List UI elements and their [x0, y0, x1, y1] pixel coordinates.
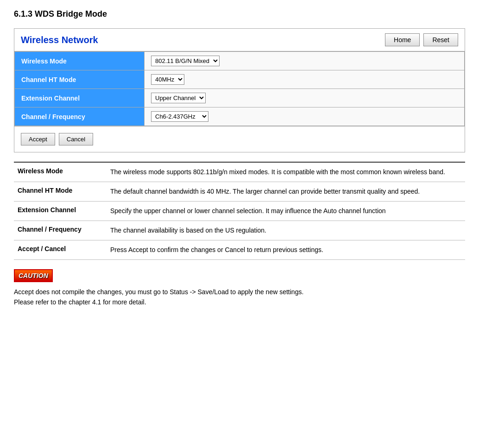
- setting-value: Upper ChannelLower Channel: [145, 89, 465, 107]
- setting-label: Extension Channel: [15, 89, 145, 107]
- header-buttons: Home Reset: [385, 33, 458, 46]
- desc-row: Wireless ModeThe wireless mode supports …: [14, 162, 465, 182]
- desc-text: Press Accept to confirm the changes or C…: [107, 240, 465, 260]
- setting-label: Channel HT Mode: [15, 70, 145, 89]
- desc-term: Wireless Mode: [14, 162, 107, 182]
- setting-select-1[interactable]: 40MHz20MHz: [151, 74, 184, 85]
- desc-text: The channel availability is based on the…: [107, 221, 465, 240]
- settings-row: Channel / FrequencyCh6-2.437GHzCh1-2.412…: [15, 107, 465, 126]
- caution-section: CAUTION Accept does not compile the chan…: [14, 269, 465, 308]
- description-table: Wireless ModeThe wireless mode supports …: [14, 162, 465, 260]
- desc-term: Channel HT Mode: [14, 182, 107, 202]
- setting-label: Wireless Mode: [15, 52, 145, 70]
- desc-text: The wireless mode supports 802.11b/g/n m…: [107, 162, 465, 182]
- button-row: Accept Cancel: [14, 126, 465, 152]
- desc-text: The default channel bandwidth is 40 MHz.…: [107, 182, 465, 202]
- settings-row: Extension ChannelUpper ChannelLower Chan…: [15, 89, 465, 107]
- desc-row: Channel / FrequencyThe channel availabil…: [14, 221, 465, 240]
- desc-row: Accept / CancelPress Accept to confirm t…: [14, 240, 465, 260]
- caution-line2: Please refer to the chapter 4.1 for more…: [14, 298, 146, 306]
- setting-select-2[interactable]: Upper ChannelLower Channel: [151, 93, 206, 103]
- page-title: 6.1.3 WDS Bridge Mode: [14, 9, 465, 19]
- settings-row: Channel HT Mode40MHz20MHz: [15, 70, 465, 89]
- caution-line1: Accept does not compile the changes, you…: [14, 288, 303, 296]
- desc-term: Channel / Frequency: [14, 221, 107, 240]
- accept-button[interactable]: Accept: [21, 133, 55, 145]
- settings-row: Wireless Mode802.11 B/G/N Mixed802.11 B8…: [15, 52, 465, 70]
- setting-select-0[interactable]: 802.11 B/G/N Mixed802.11 B802.11 G802.11…: [151, 56, 220, 66]
- desc-term: Extension Channel: [14, 202, 107, 221]
- home-button[interactable]: Home: [385, 33, 420, 46]
- panel-title: Wireless Network: [21, 35, 98, 45]
- reset-button[interactable]: Reset: [423, 33, 458, 46]
- setting-select-3[interactable]: Ch6-2.437GHzCh1-2.412GHzCh11-2.462GHz: [151, 111, 208, 122]
- setting-value: Ch6-2.437GHzCh1-2.412GHzCh11-2.462GHz: [145, 107, 465, 126]
- desc-term: Accept / Cancel: [14, 240, 107, 260]
- setting-value: 40MHz20MHz: [145, 70, 465, 89]
- setting-label: Channel / Frequency: [15, 107, 145, 126]
- setting-value: 802.11 B/G/N Mixed802.11 B802.11 G802.11…: [145, 52, 465, 70]
- settings-table: Wireless Mode802.11 B/G/N Mixed802.11 B8…: [14, 51, 465, 126]
- desc-row: Channel HT ModeThe default channel bandw…: [14, 182, 465, 202]
- wireless-panel: Wireless Network Home Reset Wireless Mod…: [14, 28, 465, 152]
- caution-badge-text: CAUTION: [19, 272, 48, 279]
- caution-note: Accept does not compile the changes, you…: [14, 287, 465, 308]
- desc-row: Extension ChannelSpecify the upper chann…: [14, 202, 465, 221]
- panel-header: Wireless Network Home Reset: [14, 29, 465, 51]
- cancel-button[interactable]: Cancel: [59, 133, 93, 145]
- desc-text: Specify the upper channel or lower chann…: [107, 202, 465, 221]
- caution-badge: CAUTION: [14, 269, 53, 282]
